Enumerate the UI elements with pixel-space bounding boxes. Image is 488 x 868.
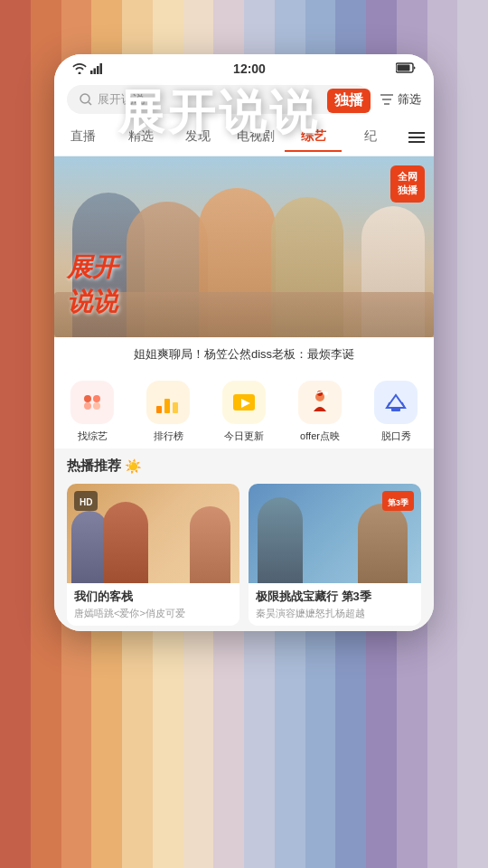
quick-icon-rank[interactable]: 排行榜: [130, 381, 206, 443]
standup-icon: [382, 390, 409, 415]
zongyi-icon: [79, 390, 106, 415]
wifi-icon: [72, 63, 87, 74]
quick-icon-standup[interactable]: 脱口秀: [358, 381, 434, 443]
svg-rect-20: [173, 402, 178, 413]
svg-rect-1: [94, 69, 97, 75]
video-banner[interactable]: 展开说说 全网 独播: [54, 156, 434, 337]
tab-documentary[interactable]: 纪: [342, 123, 399, 152]
video-desc-text: 姐姐爽聊局！杨笠公然diss老板：最烦李诞: [134, 347, 354, 361]
filter-button[interactable]: 筛选: [380, 91, 421, 108]
status-wifi: [72, 63, 103, 74]
standup-label: 脱口秀: [381, 429, 411, 443]
svg-point-25: [324, 392, 328, 395]
hot-card-2-image: 第3季: [249, 484, 421, 583]
status-bar: 12:00: [54, 54, 434, 80]
tab-variety[interactable]: 综艺: [285, 123, 343, 152]
exclusive-badge: 全网 独播: [390, 165, 425, 203]
offer-label: offer点映: [300, 429, 340, 443]
rank-icon: [155, 390, 182, 415]
svg-rect-26: [391, 408, 400, 411]
filter-label: 筛选: [398, 91, 421, 108]
hot-section-title: 热播推荐 ☀️: [67, 458, 421, 475]
hot-card-1-subtitle: 唐嫣唔跳<爱你>俏皮可爱: [74, 607, 232, 620]
svg-rect-18: [156, 406, 162, 413]
hot-cards-grid: HD 我们的客栈 唐嫣唔跳<爱你>俏皮可爱 第3季: [67, 484, 421, 626]
quick-icon-update[interactable]: 今日更新: [206, 381, 282, 443]
svg-rect-19: [164, 399, 170, 413]
hot-card-1-image: HD: [67, 484, 239, 583]
svg-point-6: [80, 94, 89, 103]
search-input[interactable]: 展开说说: [67, 85, 371, 114]
svg-point-14: [84, 395, 91, 402]
filter-icon: [380, 93, 394, 106]
search-placeholder: 展开说说: [98, 91, 145, 108]
tab-selected[interactable]: 精选: [112, 123, 170, 152]
hot-card-1[interactable]: HD 我们的客栈 唐嫣唔跳<爱你>俏皮可爱: [67, 484, 239, 626]
status-time: 12:00: [233, 61, 266, 76]
svg-line-7: [89, 102, 91, 105]
update-label: 今日更新: [224, 429, 264, 443]
svg-rect-2: [97, 66, 99, 74]
hot-section: 热播推荐 ☀️ HD 我们的客栈 唐嫣唔跳<爱你>俏皮可爱: [54, 448, 434, 631]
search-icon: [80, 93, 92, 106]
hot-card-2[interactable]: 第3季 极限挑战宝藏行 第3季 秦昊演容嬷嬷怒扎杨超越: [249, 484, 421, 626]
tab-discover[interactable]: 发现: [169, 123, 227, 152]
banner-show-title: 展开说说: [67, 250, 117, 319]
svg-rect-3: [100, 63, 103, 74]
svg-point-16: [84, 402, 91, 410]
nav-tabs: 直播 精选 发现 电视剧 综艺 纪: [54, 119, 434, 156]
phone-screen: 12:00 展开说说 筛选: [54, 54, 434, 631]
rank-label: 排行榜: [154, 429, 183, 443]
svg-rect-5: [398, 64, 410, 71]
offer-icon: [306, 390, 333, 415]
svg-point-17: [93, 402, 100, 410]
hot-card-2-subtitle: 秦昊演容嬷嬷怒扎杨超越: [256, 607, 414, 620]
hot-card-2-info: 极限挑战宝藏行 第3季 秦昊演容嬷嬷怒扎杨超越: [249, 583, 421, 626]
tab-tvshow[interactable]: 电视剧: [227, 123, 285, 152]
update-icon: [230, 390, 258, 415]
hot-card-1-title: 我们的客栈: [74, 589, 232, 605]
search-bar: 展开说说 筛选: [54, 80, 434, 119]
quick-icons-row: 找综艺 排行榜 今日更新: [54, 372, 434, 448]
banner-title-area: 展开说说: [67, 250, 117, 319]
tab-live[interactable]: 直播: [54, 123, 112, 152]
svg-point-15: [93, 395, 100, 402]
quick-icon-offer[interactable]: offer点映: [282, 381, 358, 443]
zongyi-label: 找综艺: [78, 429, 108, 443]
video-description: 姐姐爽聊局！杨笠公然diss老板：最烦李诞: [54, 337, 434, 372]
quick-icon-zongyi[interactable]: 找综艺: [54, 381, 130, 443]
svg-rect-0: [90, 71, 93, 74]
hot-card-2-title: 极限挑战宝藏行 第3季: [256, 589, 414, 605]
battery-icon: [396, 62, 416, 76]
more-tabs-button[interactable]: [399, 123, 434, 152]
hot-card-1-info: 我们的客栈 唐嫣唔跳<爱你>俏皮可爱: [67, 583, 239, 626]
signal-icon: [90, 63, 103, 74]
